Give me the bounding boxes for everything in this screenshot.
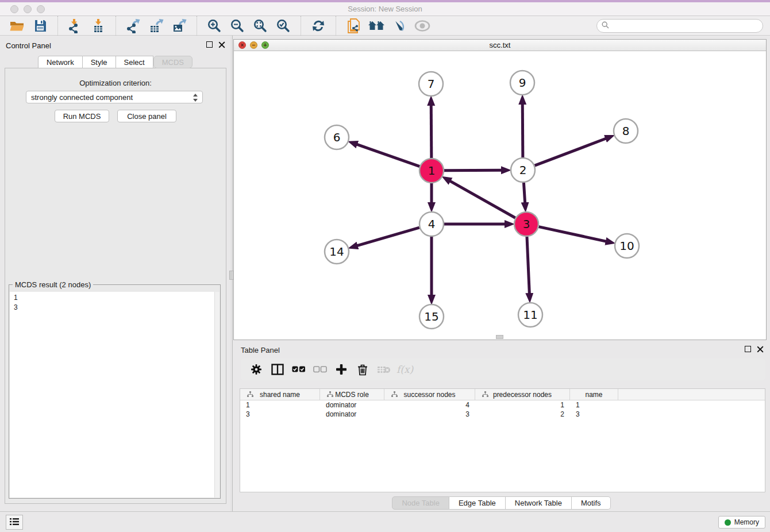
svg-text:f(x): f(x): [396, 364, 414, 375]
tab-mcds[interactable]: MCDS: [153, 56, 192, 68]
graph-node-8[interactable]: 8: [614, 119, 638, 143]
table-cell[interactable]: 3: [240, 410, 320, 419]
edge-1-6[interactable]: [356, 144, 419, 167]
tab-motifs[interactable]: Motifs: [572, 496, 611, 510]
close-table-panel-icon[interactable]: [757, 346, 763, 352]
network-graph-canvas[interactable]: 7968124314101511: [234, 51, 766, 340]
edge-2-3[interactable]: [523, 183, 525, 203]
table-cell[interactable]: 4: [384, 400, 475, 410]
close-panel-button[interactable]: Close panel: [117, 110, 176, 122]
status-bar: Memory: [0, 511, 770, 532]
graph-node-14[interactable]: 14: [325, 240, 349, 264]
optimization-criterion-select[interactable]: strongly connected component: [26, 91, 203, 103]
table-cell[interactable]: 1: [240, 400, 320, 410]
table-row[interactable]: 1dominator411: [240, 400, 765, 410]
toolbar-group: [336, 16, 440, 36]
graph-node-10[interactable]: 10: [615, 234, 639, 258]
delete-row-icon[interactable]: [352, 361, 373, 378]
table-cell[interactable]: 1: [570, 400, 618, 410]
table-body: 1dominator4113dominator323: [240, 400, 765, 419]
table-panel: Table Panel f(x) shared nameMCDS rolesuc…: [233, 344, 770, 511]
open-session-icon[interactable]: [6, 17, 29, 34]
memory-button[interactable]: Memory: [718, 516, 765, 529]
edge-4-14[interactable]: [357, 228, 419, 246]
export-table-icon[interactable]: [145, 17, 168, 34]
graph-node-9[interactable]: 9: [510, 71, 534, 95]
function-builder-icon[interactable]: f(x): [394, 361, 415, 378]
float-table-panel-icon[interactable]: [745, 346, 751, 352]
optimization-criterion-value: strongly connected component: [31, 93, 133, 102]
select-all-icon[interactable]: [288, 361, 309, 378]
import-network-icon[interactable]: [64, 17, 87, 34]
edge-3-11[interactable]: [527, 237, 529, 294]
zoom-in-icon[interactable]: [203, 17, 226, 34]
graph-node-3[interactable]: 3: [514, 212, 538, 236]
delete-table-icon[interactable]: [373, 361, 394, 378]
table-cell[interactable]: dominator: [320, 400, 384, 410]
tab-edge-table[interactable]: Edge Table: [449, 496, 506, 510]
deselect-all-icon[interactable]: [309, 361, 330, 378]
edge-3-10[interactable]: [538, 227, 606, 242]
tab-network[interactable]: Network: [38, 56, 83, 68]
edge-2-8[interactable]: [535, 138, 607, 165]
export-network-icon[interactable]: [122, 17, 145, 34]
table-cell[interactable]: 3: [384, 410, 475, 419]
toolbar-group: [197, 16, 301, 36]
tab-style[interactable]: Style: [83, 56, 116, 68]
graph-node-4[interactable]: 4: [419, 212, 444, 236]
new-network-from-file-icon[interactable]: [342, 17, 365, 34]
split-columns-icon[interactable]: [267, 361, 288, 378]
column-header-shared-name[interactable]: shared name: [240, 389, 320, 400]
graph-node-2[interactable]: 2: [511, 158, 535, 182]
column-label: shared name: [260, 391, 300, 399]
graph-node-6[interactable]: 6: [325, 125, 349, 149]
result-scrollbar[interactable]: [214, 292, 220, 498]
table-cell[interactable]: dominator: [320, 410, 384, 419]
float-panel-icon[interactable]: [206, 41, 213, 48]
column-header-successor-nodes[interactable]: successor nodes: [384, 389, 475, 400]
add-row-icon[interactable]: [330, 361, 352, 378]
edge-3-1[interactable]: [449, 181, 515, 218]
home-icon[interactable]: [365, 17, 388, 34]
apply-style-icon[interactable]: [388, 17, 411, 34]
network-window-titlebar[interactable]: ×−+ scc.txt: [234, 40, 766, 51]
zoom-fit-icon[interactable]: [249, 17, 272, 34]
svg-text:3: 3: [523, 217, 530, 231]
tab-select[interactable]: Select: [116, 56, 153, 68]
search-box[interactable]: [596, 19, 763, 33]
table-row[interactable]: 3dominator323: [240, 410, 765, 419]
import-table-icon[interactable]: [87, 17, 110, 34]
graph-node-1[interactable]: 1: [419, 159, 444, 183]
table-cell[interactable]: 2: [475, 410, 570, 419]
refresh-layout-icon[interactable]: [307, 17, 330, 34]
zoom-out-icon[interactable]: [226, 17, 249, 34]
horizontal-splitter-handle[interactable]: [496, 335, 503, 339]
tab-network-table[interactable]: Network Table: [506, 496, 572, 510]
task-history-button[interactable]: [6, 515, 23, 530]
close-panel-icon[interactable]: [218, 41, 225, 48]
network-area: ×−+ scc.txt 7968124314101511 Table Panel…: [233, 36, 770, 511]
save-session-icon[interactable]: [29, 17, 52, 34]
column-header-predecessor-nodes[interactable]: predecessor nodes: [475, 389, 570, 400]
list-icon: [10, 518, 19, 527]
column-header-name[interactable]: name: [570, 389, 618, 400]
window-titlebar: Session: New Session: [0, 2, 770, 16]
edge-1-7[interactable]: [431, 105, 432, 158]
graph-node-7[interactable]: 7: [419, 72, 443, 96]
search-input[interactable]: [612, 22, 758, 30]
export-image-icon[interactable]: [168, 17, 191, 34]
edge-1-2[interactable]: [444, 170, 502, 171]
column-header-MCDS-role[interactable]: MCDS role: [320, 389, 384, 400]
table-cell[interactable]: 3: [570, 410, 618, 419]
tab-node-table[interactable]: Node Table: [392, 496, 449, 510]
show-hide-eye-icon[interactable]: [411, 17, 434, 34]
zoom-selected-icon[interactable]: [272, 17, 295, 34]
edge-2-9[interactable]: [522, 103, 523, 157]
mcds-result-text[interactable]: 1 3: [10, 292, 220, 498]
graph-node-11[interactable]: 11: [518, 303, 542, 327]
gear-icon[interactable]: [245, 361, 267, 378]
svg-text:1: 1: [428, 164, 436, 178]
run-mcds-button[interactable]: Run MCDS: [55, 110, 109, 122]
graph-node-15[interactable]: 15: [419, 304, 444, 329]
table-cell[interactable]: 1: [475, 400, 570, 410]
